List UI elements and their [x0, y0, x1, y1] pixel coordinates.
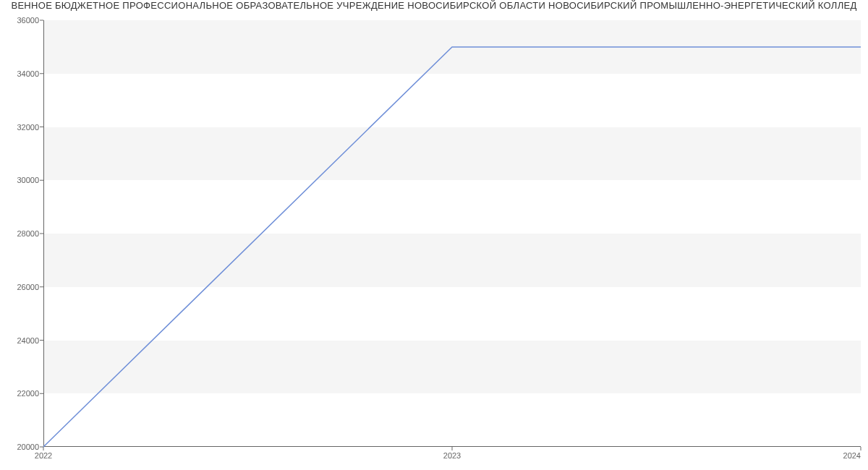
data-line [43, 47, 861, 447]
y-tick-label: 36000 [17, 16, 43, 25]
plot-area: 2000022000240002600028000300003200034000… [43, 20, 861, 447]
y-tick-label: 26000 [17, 283, 43, 291]
chart-container: ВЕННОЕ БЮДЖЕТНОЕ ПРОФЕССИОНАЛЬНОЕ ОБРАЗО… [0, 0, 868, 470]
y-tick-label: 24000 [17, 336, 43, 345]
y-tick-label: 22000 [17, 389, 43, 398]
line-layer [43, 20, 861, 447]
x-tick-label: 2022 [35, 447, 52, 460]
y-tick-label: 32000 [17, 123, 43, 132]
chart-title: ВЕННОЕ БЮДЖЕТНОЕ ПРОФЕССИОНАЛЬНОЕ ОБРАЗО… [0, 0, 868, 14]
x-tick-label: 2024 [843, 447, 861, 460]
y-tick-label: 30000 [17, 176, 43, 184]
x-tick-label: 2023 [443, 447, 461, 460]
y-tick-label: 28000 [17, 229, 43, 238]
y-tick-label: 34000 [17, 69, 43, 78]
